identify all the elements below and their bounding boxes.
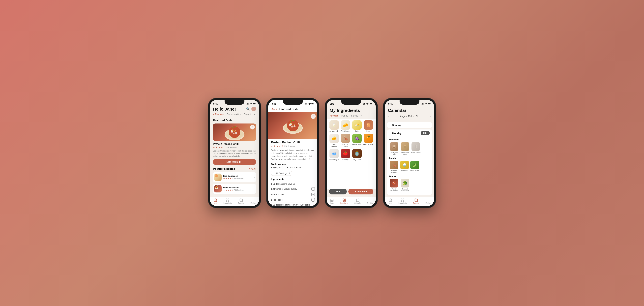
- recipe-item-egg-sandwich[interactable]: 🥚 Egg Sandwich ★★★★☆ 521 Reviews ›: [213, 172, 256, 182]
- monday-header[interactable]: − Monday Edit: [387, 130, 432, 137]
- screen-4: + Sunday − Monday Edit: [385, 121, 434, 197]
- breakfast-title: Breakfast: [389, 138, 430, 141]
- view-all-link[interactable]: View All: [248, 168, 256, 170]
- review-count-2: 316 Reviews: [284, 145, 295, 147]
- svg-rect-91: [403, 200, 404, 202]
- tab-communities[interactable]: Communities: [227, 113, 241, 116]
- servings-control: − 10 Servings +: [271, 171, 292, 176]
- ingredients-grid: 🥛 Almond Milk 🧀 Brie Cheese 🧈 Butter: [327, 119, 376, 189]
- avatar[interactable]: [252, 106, 256, 111]
- meal-green-beans[interactable]: 🫛 Green Beans: [410, 161, 419, 174]
- ingredient-card-greek-yogurt[interactable]: 🥣 Greek Yogurt: [329, 149, 339, 161]
- nav-mylists-3[interactable]: My lists: [367, 198, 372, 204]
- svg-rect-1: [247, 103, 248, 104]
- tab-fridge[interactable]: Fridge: [331, 114, 338, 117]
- recipe-content: Protein Packed Chili ★ ★ ★ ★ ☆ 316 Revie…: [268, 139, 317, 206]
- chai-seed-label: Chai Seed Parfait: [389, 152, 399, 155]
- tab-spices[interactable]: Spices: [351, 114, 358, 117]
- ingredient-add-2[interactable]: +: [312, 187, 315, 191]
- nav-ingredients-4[interactable]: Ingredients: [398, 198, 406, 204]
- recipe-item-meatballs[interactable]: 🍝 Mia's Meatballs ★★★★☆ 649 Reviews ›: [213, 184, 256, 194]
- meal-yellow-rice[interactable]: 🍚 Yellow Rice: [400, 161, 409, 174]
- svg-rect-84: [415, 145, 416, 148]
- monday-expand-icon: −: [389, 132, 391, 134]
- svg-point-15: [235, 130, 236, 131]
- svg-rect-51: [365, 103, 366, 104]
- svg-rect-82: [404, 146, 406, 148]
- ingredient-add-3[interactable]: +: [312, 193, 315, 196]
- ingredient-1: 1 1/2 Tablespoons Olive Oil: [271, 182, 315, 186]
- nav-calendar-3[interactable]: Calendar: [354, 198, 361, 204]
- heart-button-1[interactable]: ♡: [250, 125, 255, 130]
- meal-almond-latte[interactable]: Almond milk Latte: [400, 142, 410, 155]
- svg-rect-70: [422, 104, 422, 104]
- tab-pantry[interactable]: Pantry: [342, 114, 348, 117]
- week-back-arrow[interactable]: ‹: [388, 114, 389, 118]
- ingredient-3: 1/2 Red Onion +: [271, 192, 315, 197]
- nav-ingredients-3[interactable]: Ingredients: [340, 198, 348, 204]
- ingredient-add-4[interactable]: +: [312, 198, 315, 202]
- svg-point-16: [234, 131, 235, 132]
- nav-home-4[interactable]: Home: [388, 198, 392, 204]
- servings-plus[interactable]: +: [289, 172, 290, 175]
- chai-seed-img: [390, 142, 398, 151]
- ingredient-card-cream-cheese[interactable]: 🧀 Cream Cheese: [329, 134, 339, 148]
- week-forward-arrow[interactable]: ›: [430, 114, 431, 118]
- tab-forward-3[interactable]: >: [361, 114, 362, 117]
- bullet-2: [287, 167, 288, 168]
- tab-bar-1: < For you Communities Saved >: [213, 113, 256, 116]
- breakfast-items: Chai Seed Parfait Almond milk Latte: [389, 142, 430, 155]
- nav-label-calendar-1: Calendar: [238, 202, 244, 204]
- meal-chai-seed[interactable]: Chai Seed Parfait: [389, 142, 399, 155]
- back-button[interactable]: ‹ Back: [271, 108, 277, 110]
- meal-protein-shake[interactable]: Protein Shake: [411, 142, 420, 155]
- nav-home-1[interactable]: Home: [213, 198, 218, 204]
- top-bar-2: ‹ Back Featured Dish: [268, 106, 317, 112]
- ingredient-5: 1 1/2 Teaspoon of Minced Garlic (Or 3 ga…: [271, 203, 315, 206]
- greek-yogurt-img: 🥣: [330, 149, 339, 158]
- edit-button[interactable]: Edit: [329, 189, 347, 194]
- meal-cauliflower[interactable]: 🥦 Roasted Cauliflower: [400, 179, 410, 192]
- svg-point-86: [393, 182, 394, 183]
- nav-label-mylists-3: My lists: [367, 202, 372, 204]
- ingredient-4: 1 Red Pepper +: [271, 197, 315, 203]
- nav-home-3[interactable]: Home: [330, 198, 334, 204]
- ingredient-card-chicken[interactable]: 🍗 Chicken Breast: [340, 134, 350, 148]
- tab-back-arrow[interactable]: <: [213, 113, 214, 116]
- meal-protein-chili[interactable]: Protein Packed Chili: [389, 179, 399, 192]
- featured-dish-image[interactable]: ♡: [213, 124, 256, 141]
- tab-for-you[interactable]: For you: [215, 113, 224, 116]
- ingredient-card-brie[interactable]: 🧀 Brie Cheese: [340, 120, 350, 132]
- ingredient-card-bbq[interactable]: 🫙 BBQ Sauce: [352, 149, 362, 161]
- servings-minus[interactable]: −: [273, 172, 274, 175]
- add-more-button[interactable]: + Add more: [348, 189, 373, 194]
- ingredient-card-eggs[interactable]: 🥚 Eggs: [363, 120, 373, 132]
- monday-edit-button[interactable]: Edit: [420, 131, 430, 135]
- ingredient-card-almond-milk[interactable]: 🥛 Almond Milk: [329, 120, 339, 132]
- nav-mylists-4[interactable]: My lists: [426, 198, 431, 204]
- heart-button-2[interactable]: ♡: [311, 114, 316, 119]
- nav-mylists-1[interactable]: My lists: [250, 198, 256, 204]
- nav-ingredients-1[interactable]: Ingredients: [224, 198, 232, 204]
- sunday-header[interactable]: + Sunday: [387, 122, 432, 128]
- lets-make-button-1[interactable]: Lets make it! ›: [213, 159, 256, 165]
- tab-saved[interactable]: Saved: [244, 113, 251, 116]
- search-icon[interactable]: 🔍: [246, 107, 250, 111]
- ingredient-card-grape-juice[interactable]: 🍇 Grape Juice: [352, 134, 362, 148]
- tab-forward-arrow[interactable]: >: [254, 113, 255, 116]
- nav-calendar-4[interactable]: Calendar: [413, 198, 420, 204]
- ingredients-title: Ingredients: [271, 178, 315, 180]
- svg-rect-34: [307, 103, 307, 104]
- green-beans-label: Green Beans: [410, 170, 419, 172]
- tab-back-3[interactable]: <: [330, 114, 331, 117]
- svg-rect-37: [312, 104, 314, 104]
- ingredient-label-3: 1/2 Red Onion: [271, 193, 284, 196]
- cream-cheese-img: 🧀: [330, 134, 339, 143]
- ingredient-card-butter[interactable]: 🧈 Butter: [352, 120, 362, 132]
- ingredient-card-ketchup[interactable]: 🍅 Ketchup: [340, 149, 350, 161]
- svg-point-12: [235, 132, 237, 134]
- meal-roasted-chicken[interactable]: 🍗 Roasted Chicken: [389, 161, 399, 174]
- ingredient-card-orange-juice[interactable]: 🍊 Orange Juice: [363, 134, 373, 148]
- svg-rect-56: [343, 199, 344, 200]
- nav-calendar-1[interactable]: Calendar: [238, 198, 244, 204]
